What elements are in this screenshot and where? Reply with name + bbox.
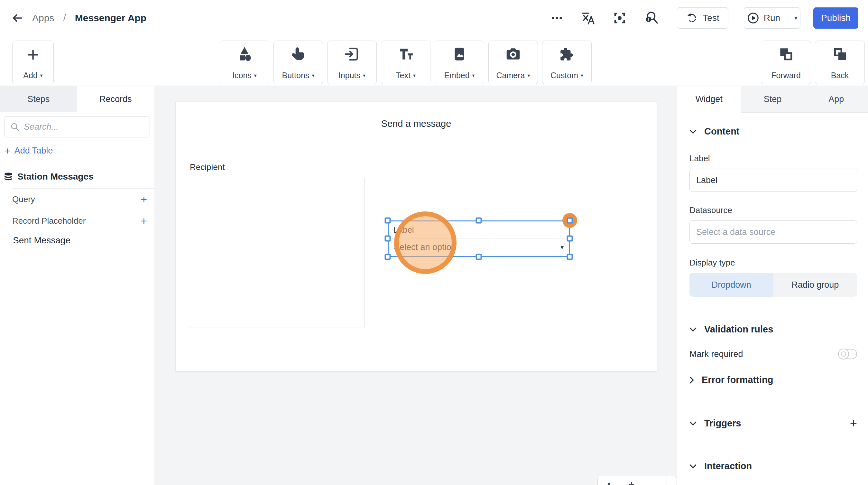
send-back-button[interactable]: Back bbox=[815, 40, 865, 84]
embed-tool-button[interactable]: Embed▾ bbox=[435, 40, 484, 84]
display-type-option-radio-group[interactable]: Radio group bbox=[773, 273, 857, 297]
add-table-button[interactable]: + Add Table bbox=[4, 146, 154, 156]
mark-required-toggle[interactable] bbox=[838, 349, 857, 359]
table-name: Station Messages bbox=[18, 172, 94, 182]
dropdown-caret-icon: ▾ bbox=[560, 244, 564, 251]
test-button[interactable]: Test bbox=[677, 7, 728, 29]
content-section-header[interactable]: Content bbox=[689, 126, 857, 137]
app-editor-window: Apps / Messenger App bbox=[0, 0, 868, 485]
resize-handle-top-left[interactable] bbox=[385, 217, 391, 224]
icons-label: Icons bbox=[232, 71, 252, 80]
tab-app[interactable]: App bbox=[804, 86, 868, 113]
widget-toolbar: + Add▾ Icons▾ Buttons▾ bbox=[0, 36, 868, 86]
plus-icon: + bbox=[4, 147, 11, 155]
widget-tool-group: Icons▾ Buttons▾ Inputs▾ bbox=[220, 36, 592, 86]
record-item-placeholder[interactable]: Record Placeholder + bbox=[12, 210, 154, 232]
camera-tool-button[interactable]: Camera▾ bbox=[488, 40, 538, 84]
custom-label: Custom bbox=[551, 71, 578, 80]
tab-records[interactable]: Records bbox=[77, 86, 154, 112]
chevron-down-icon bbox=[689, 129, 696, 134]
inputs-label: Inputs bbox=[338, 71, 360, 80]
validation-rules-title: Validation rules bbox=[704, 324, 773, 335]
camera-label: Camera bbox=[496, 71, 525, 80]
label-field-input[interactable] bbox=[689, 169, 857, 192]
record-item-query[interactable]: Query + bbox=[12, 189, 154, 210]
bring-forward-button[interactable]: Forward bbox=[761, 40, 811, 84]
back-arrow-icon[interactable] bbox=[11, 12, 23, 24]
step-card[interactable]: Send a message Recipient Label Select an… bbox=[176, 102, 657, 371]
focus-target-icon[interactable] bbox=[613, 11, 626, 25]
add-button[interactable]: + Add▾ bbox=[12, 40, 54, 84]
record-item-sent-message[interactable]: Sent Message bbox=[13, 235, 154, 246]
custom-tool-button[interactable]: Custom▾ bbox=[542, 40, 592, 84]
custom-caret-icon: ▾ bbox=[581, 72, 583, 79]
resize-handle-top-right[interactable] bbox=[567, 217, 573, 224]
breadcrumb: Apps / Messenger App bbox=[11, 0, 146, 36]
toggle-knob bbox=[838, 348, 849, 360]
puzzle-piece-icon bbox=[559, 46, 575, 62]
buttons-label: Buttons bbox=[282, 71, 309, 80]
add-plus-icon: + bbox=[27, 46, 39, 63]
resize-handle-bottom-center[interactable] bbox=[476, 254, 482, 260]
resize-handle-middle-right[interactable] bbox=[567, 236, 573, 242]
publish-button[interactable]: Publish bbox=[813, 7, 858, 29]
add-record-placeholder-icon[interactable]: + bbox=[141, 215, 147, 227]
search-input[interactable] bbox=[24, 122, 144, 132]
zoom-out-button[interactable] bbox=[643, 476, 667, 485]
inputs-tool-button[interactable]: Inputs▾ bbox=[327, 40, 377, 84]
run-button[interactable]: Run ▾ bbox=[744, 7, 800, 29]
cursor-tool-button[interactable] bbox=[598, 476, 620, 485]
add-trigger-button[interactable]: + bbox=[850, 417, 857, 430]
chevron-down-icon bbox=[689, 464, 696, 468]
display-type-segmented-control: Dropdown Radio group bbox=[689, 273, 857, 297]
text-tt-icon bbox=[398, 46, 414, 62]
breadcrumb-apps-link[interactable]: Apps bbox=[32, 12, 54, 24]
add-query-icon[interactable]: + bbox=[141, 193, 147, 206]
interaction-section-header[interactable]: Interaction bbox=[689, 461, 857, 472]
resize-handle-bottom-right[interactable] bbox=[567, 254, 573, 260]
chevron-down-icon bbox=[689, 421, 696, 426]
zoom-in-button[interactable] bbox=[620, 476, 643, 485]
error-formatting-title: Error formatting bbox=[702, 374, 773, 385]
image-icon bbox=[452, 46, 467, 62]
tab-step[interactable]: Step bbox=[741, 86, 805, 113]
triggers-title: Triggers bbox=[704, 418, 741, 429]
recipient-listbox[interactable] bbox=[190, 178, 365, 328]
plus-icon bbox=[628, 481, 635, 485]
records-search[interactable] bbox=[4, 116, 150, 138]
more-options-icon[interactable] bbox=[551, 16, 563, 20]
text-caret-icon: ▾ bbox=[413, 72, 416, 79]
mark-required-row: Mark required bbox=[689, 349, 857, 359]
run-button-label: Run bbox=[764, 13, 780, 23]
run-dropdown-caret-icon[interactable]: ▾ bbox=[794, 14, 797, 22]
breadcrumb-separator: / bbox=[63, 12, 66, 24]
display-type-option-dropdown[interactable]: Dropdown bbox=[689, 273, 773, 297]
error-formatting-section-header[interactable]: Error formatting bbox=[689, 374, 857, 385]
chevron-down-icon bbox=[689, 327, 696, 332]
text-label: Text bbox=[396, 71, 410, 80]
validation-rules-section-header[interactable]: Validation rules bbox=[689, 324, 857, 335]
buttons-caret-icon: ▾ bbox=[312, 72, 314, 79]
left-sidebar: Steps Records + Add Table Station Messag… bbox=[0, 86, 154, 485]
debug-inspect-icon[interactable]: ! bbox=[644, 11, 659, 25]
datasource-field-input[interactable] bbox=[689, 220, 857, 244]
datasource-field-label: Datasource bbox=[689, 205, 857, 215]
record-placeholder-label: Record Placeholder bbox=[12, 216, 86, 226]
zoom-menu-button[interactable] bbox=[667, 476, 677, 485]
buttons-tool-button[interactable]: Buttons▾ bbox=[274, 40, 323, 84]
tab-widget[interactable]: Widget bbox=[677, 86, 741, 113]
table-item-station-messages[interactable]: Station Messages bbox=[0, 165, 154, 188]
tab-steps[interactable]: Steps bbox=[0, 86, 77, 112]
send-back-icon bbox=[832, 46, 848, 62]
resize-handle-bottom-left[interactable] bbox=[385, 254, 391, 260]
database-icon bbox=[4, 173, 13, 181]
run-play-icon bbox=[747, 12, 759, 24]
translate-icon[interactable] bbox=[581, 11, 595, 25]
triggers-section-header[interactable]: Triggers + bbox=[689, 417, 857, 430]
resize-handle-top-center[interactable] bbox=[476, 217, 482, 224]
icons-tool-button[interactable]: Icons▾ bbox=[220, 40, 269, 84]
text-tool-button[interactable]: Text▾ bbox=[381, 40, 430, 84]
step-canvas[interactable]: Send a message Recipient Label Select an… bbox=[155, 86, 677, 485]
section-divider bbox=[677, 311, 868, 311]
resize-handle-middle-left[interactable] bbox=[385, 236, 391, 242]
